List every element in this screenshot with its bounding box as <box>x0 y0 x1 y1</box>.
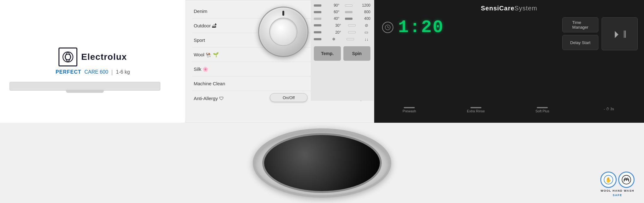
program-dial[interactable] <box>258 7 308 57</box>
temp-90-led <box>314 4 321 7</box>
temp-60-row: 60° 800 <box>314 10 370 14</box>
dial-marker <box>282 11 284 16</box>
model-perfect: PERFECT <box>56 69 81 75</box>
spin-1200-label: 1200 <box>358 3 370 8</box>
digital-panel: SensiCareSystem 1:20 TimeManager Delay S… <box>374 0 644 123</box>
temp-90-label: 90° <box>327 3 339 8</box>
temp-90-row: 90° 1200 <box>314 3 370 8</box>
onoff-button[interactable]: On/Off <box>270 93 308 102</box>
temp-40-label: 40° <box>327 16 339 21</box>
woolmark-text-line1: WOOL HAND WASH <box>601 189 634 192</box>
spin-400-led <box>345 18 353 20</box>
program-label-anti-allergy: Anti-Allergy 🛡 <box>194 96 224 101</box>
timer-button[interactable]: - ⏱ 3s <box>577 105 641 115</box>
program-label-machine-clean: Machine Clean <box>194 81 225 86</box>
temp-spin-controls: Temp. Spin <box>314 46 370 61</box>
spin-extra-icon: ↓↓ <box>363 37 370 42</box>
sensicare-bold: SensiCare <box>481 5 514 12</box>
clock-svg <box>385 24 391 31</box>
temp-60-label: 60° <box>327 10 339 14</box>
spin-nospin-led <box>348 24 356 26</box>
extra-rinse-label: Extra Rinse <box>467 109 485 113</box>
woolmark-badge: ✋ WOOL HAND WASH SAFE <box>600 172 635 197</box>
soft-plus-button[interactable]: Soft Plus <box>510 105 575 115</box>
left-panel: Electrolux PERFECTCARE 600 | 1-6 kg <box>0 0 186 123</box>
program-label-wool: Wool 🐏 🌱 <box>194 52 219 58</box>
dial-inner <box>269 18 297 46</box>
delay-start-button[interactable]: Delay Start <box>562 35 598 50</box>
dial-outer-ring[interactable] <box>258 7 308 57</box>
prewash-label: Prewash <box>402 109 416 113</box>
woolmark-icons: ✋ <box>600 172 635 188</box>
door-ring[interactable] <box>253 128 391 198</box>
bottom-buttons-row: Prewash Extra Rinse Soft Plus - ⏱ 3s <box>377 105 641 115</box>
time-display: 1:20 <box>398 17 444 37</box>
temp-cold-icon: ❄ <box>330 37 338 42</box>
temp-20-led <box>314 31 321 33</box>
temp-40-row: 40° 400 <box>314 16 370 21</box>
woolmark-icon <box>618 172 635 188</box>
sensicare-header: SensiCareSystem <box>481 5 537 12</box>
extra-rinse-button[interactable]: Extra Rinse <box>444 105 508 115</box>
spin-800-label: 800 <box>358 10 370 14</box>
drawer-handle[interactable] <box>66 90 104 93</box>
wool-hand-wash-icon: ✋ <box>600 172 617 188</box>
display-area: 1:20 <box>382 17 444 37</box>
model-care: CARE 600 <box>84 69 108 75</box>
clock-icon <box>382 22 393 33</box>
brand-name: Electrolux <box>81 52 127 62</box>
detergent-drawer[interactable] <box>9 82 160 91</box>
spin-extra-led <box>347 38 354 40</box>
extra-rinse-indicator <box>470 107 481 108</box>
svg-line-4 <box>388 27 389 28</box>
electrolux-icon <box>62 51 74 63</box>
svg-point-0 <box>63 52 73 62</box>
prewash-indicator <box>404 107 415 108</box>
time-colon: : <box>410 17 421 37</box>
temp-cold-led <box>314 38 321 40</box>
panel-buttons-row: TimeManager Delay Start ⏵‖ <box>562 17 638 50</box>
prewash-button[interactable]: Prewash <box>377 105 441 115</box>
brand-logo-symbol <box>58 48 77 66</box>
spin-delicate-led <box>348 31 356 33</box>
temp-30-row: 30° ⊘ <box>314 23 370 28</box>
temp-20-row: 20° ▭ <box>314 30 370 35</box>
washing-machine: Electrolux PERFECTCARE 600 | 1-6 kg Deni… <box>0 0 644 203</box>
spin-delicate-icon: ▭ <box>363 30 370 35</box>
spin-400-label: 400 <box>358 16 370 21</box>
program-label-sport: Sport <box>194 37 205 43</box>
temp-cold-row: ❄ ↓↓ <box>314 37 370 42</box>
temp-40-led <box>314 18 321 20</box>
middle-indicators: 90° 1200 60° 800 40° 400 30° ⊘ 20° ▭ <box>311 0 374 101</box>
electrolux-logo: Electrolux <box>58 48 127 66</box>
play-pause-button[interactable]: ⏵‖ <box>602 17 638 50</box>
spin-button[interactable]: Spin <box>343 46 370 61</box>
program-label-silk: Silk 🌸 <box>194 66 208 72</box>
temp-button[interactable]: Temp. <box>314 46 341 61</box>
spin-1200-led <box>345 4 353 7</box>
model-capacity: 1-6 kg <box>116 69 130 75</box>
soft-plus-indicator <box>537 107 548 108</box>
door-area <box>0 123 644 203</box>
temp-20-label: 20° <box>328 30 341 35</box>
door-inner <box>262 133 382 193</box>
svg-text:✋: ✋ <box>605 177 612 183</box>
panel-buttons-col: TimeManager Delay Start <box>562 17 598 50</box>
program-label-outdoor: Outdoor 🏕 <box>194 23 217 28</box>
woolmark-svg <box>621 175 631 185</box>
timer-label: - ⏱ 3s <box>604 107 614 111</box>
sensicare-system: System <box>514 5 537 12</box>
spin-800-led <box>345 11 353 13</box>
woolmark-text-line2: SAFE <box>613 194 622 197</box>
temp-60-led <box>314 11 321 13</box>
program-label-denim: Denim <box>194 8 207 14</box>
spin-nospin-icon: ⊘ <box>363 23 370 28</box>
model-line: PERFECTCARE 600 | 1-6 kg <box>56 69 130 76</box>
time-manager-button[interactable]: TimeManager <box>562 17 598 32</box>
soft-plus-label: Soft Plus <box>536 109 549 113</box>
logo-container: Electrolux PERFECTCARE 600 | 1-6 kg <box>56 48 130 76</box>
hand-wash-svg: ✋ <box>603 175 613 185</box>
temp-30-led <box>314 24 321 26</box>
temp-30-label: 30° <box>328 23 341 28</box>
